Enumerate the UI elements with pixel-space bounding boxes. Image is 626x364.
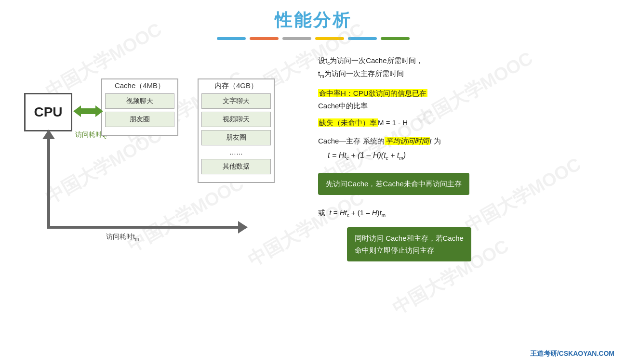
miss-rate-label: 缺失（未命中）率 — [318, 118, 378, 127]
or-formula2-line: 或 t = Htc + (1 – H)tm — [318, 207, 626, 220]
memory-item-0: 文字聊天 — [201, 93, 271, 109]
cpu-cache-arrow — [73, 103, 103, 120]
footer: 王道考研/CSKAOYAN.COM — [530, 350, 614, 358]
svg-marker-0 — [73, 105, 81, 117]
arrow-vertical — [47, 132, 50, 229]
memory-box: 内存（4GB） 文字聊天 视频聊天 朋友圈 …… 其他数据 — [198, 78, 275, 183]
svg-rect-1 — [80, 108, 96, 114]
color-seg-2 — [250, 37, 279, 40]
memory-label: 内存（4GB） — [199, 79, 274, 93]
intro-text: 设tc为访问一次Cache所需时间， tm为访问一次主存所需时间 — [318, 54, 626, 80]
green-box-1: 先访问Cache，若Cache未命中再访问主存 — [318, 173, 469, 195]
label-tm: 访问耗时tm — [106, 233, 139, 242]
miss-rate-text: M = 1 - H — [378, 118, 408, 127]
memory-item-2: 朋友圈 — [201, 130, 271, 145]
page-title: 性能分析 — [0, 0, 626, 32]
hit-rate-line: 命中率H：CPU欲访问的信息已在 Cache中的比率 — [318, 87, 626, 112]
color-seg-6 — [381, 37, 410, 40]
cpu-label: CPU — [34, 104, 62, 120]
color-seg-1 — [217, 37, 246, 40]
hit-rate-label: 命中率H：CPU欲访问的信息已在 — [318, 89, 427, 97]
cpu-box: CPU — [24, 93, 72, 131]
cache-item-1: 朋友圈 — [105, 112, 174, 127]
arrowhead-up — [42, 130, 55, 139]
memory-dots: …… — [201, 148, 271, 156]
diagram-area: CPU 访问耗时tc Cache（4MB） 视频聊天 朋友圈 — [10, 54, 308, 324]
cache-label: Cache（4MB） — [102, 79, 177, 93]
arrow-horizontal — [47, 226, 240, 229]
hit-rate-text: Cache中的比率 — [318, 102, 368, 110]
avg-time-italic: t — [430, 137, 432, 145]
cache-box: Cache（4MB） 视频聊天 朋友圈 — [101, 78, 178, 136]
memory-item-4: 其他数据 — [201, 159, 271, 174]
arrowhead-right — [238, 221, 248, 234]
explanation-area: 设tc为访问一次Cache所需时间， tm为访问一次主存所需时间 命中率H：CP… — [308, 54, 626, 324]
main-content: CPU 访问耗时tc Cache（4MB） 视频聊天 朋友圈 — [0, 54, 626, 324]
color-bar — [0, 37, 626, 40]
avg-time-highlight: 平均访问时间 — [385, 137, 430, 145]
svg-marker-2 — [95, 105, 103, 117]
miss-rate-line: 缺失（未命中）率M = 1 - H — [318, 117, 626, 129]
cache-item-0: 视频聊天 — [105, 93, 174, 109]
color-seg-3 — [282, 37, 311, 40]
color-seg-5 — [348, 37, 377, 40]
formula1: t = Htc + (1 – H)(tc + tm) — [328, 149, 626, 162]
formula2: t — [329, 208, 331, 217]
avg-time-label-line: Cache—主存 系统的平均访问时间t 为 — [318, 135, 626, 147]
memory-item-1: 视频聊天 — [201, 112, 271, 127]
double-arrow-svg — [73, 103, 103, 120]
green-box-2: 同时访问 Cache和主存，若Cache命中则立即停止访问主存 — [347, 227, 471, 261]
color-seg-4 — [315, 37, 344, 40]
